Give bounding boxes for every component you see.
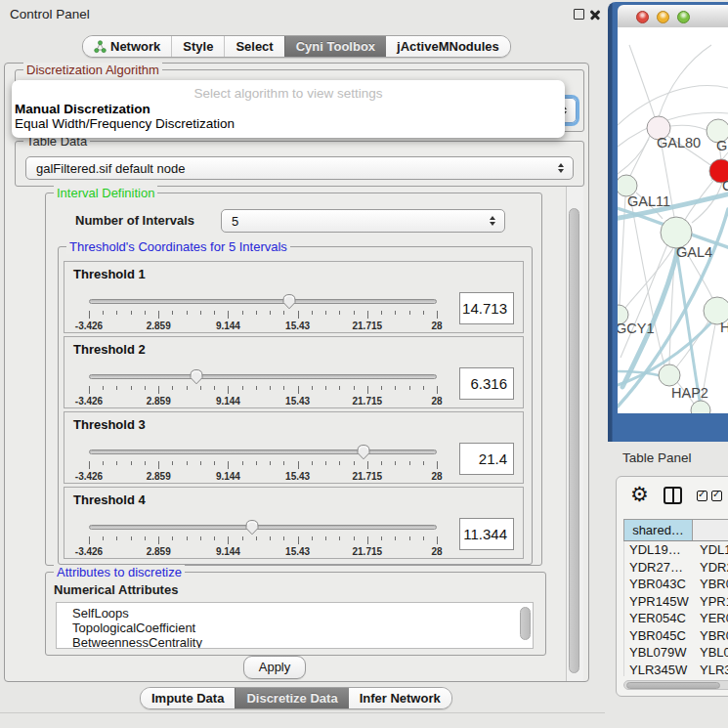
slider-tick-label: 15.43 <box>285 321 310 331</box>
table-cell: YER0 <box>693 611 728 625</box>
slider-thumb[interactable] <box>357 444 371 460</box>
table-row[interactable]: YDR27…YDR2 <box>624 559 728 577</box>
threshold-value-field[interactable]: 14.713 <box>459 292 514 324</box>
table-hscrollbar[interactable] <box>623 680 728 690</box>
slider-tick <box>214 386 215 390</box>
slider-tick-label: 15.43 <box>285 471 310 482</box>
slider-tick <box>395 536 396 540</box>
tab-jactivemnodules[interactable]: jActiveMNodules <box>386 36 510 57</box>
slider-tick-label: 21.715 <box>353 321 383 331</box>
network-node[interactable] <box>691 401 710 413</box>
threshold-slider[interactable]: -3.4262.8599.14415.4321.71528 <box>89 372 437 406</box>
slider-track[interactable] <box>89 299 437 304</box>
tab-style[interactable]: Style <box>171 36 224 57</box>
slider-tick-label: 15.43 <box>285 396 310 407</box>
split-view-icon[interactable] <box>664 487 682 504</box>
numerical-attributes-list[interactable]: SelfLoopsTopologicalCoefficientBetweenne… <box>56 602 534 649</box>
apply-button[interactable]: Apply <box>243 656 306 679</box>
attribute-item-betweennesscentrality[interactable]: BetweennessCentrality <box>57 635 533 649</box>
column-header-shared[interactable]: shared… <box>624 520 693 540</box>
tab-infer-network[interactable]: Infer Network <box>349 688 451 708</box>
slider-tick <box>367 461 368 469</box>
slider-tick <box>172 311 173 315</box>
network-window-titlebar[interactable] <box>618 5 728 28</box>
panel-scrollbar[interactable] <box>566 187 583 681</box>
table-hscrollbar-thumb[interactable] <box>626 682 720 689</box>
threshold-value-field[interactable]: 6.316 <box>459 367 514 400</box>
number-of-intervals-combo[interactable]: 5 <box>221 209 505 233</box>
table-cell: YBL079W <box>624 645 693 660</box>
slider-tick <box>312 536 313 540</box>
float-window-icon[interactable] <box>574 9 584 20</box>
algorithm-option-equal-width-frequency-discretization[interactable]: Equal Width/Frequency Discretization <box>15 116 235 131</box>
tab-label: Cyni Toolbox <box>296 39 375 54</box>
list-scrollbar-thumb[interactable] <box>520 607 531 640</box>
slider-track[interactable] <box>89 450 437 454</box>
slider-thumb[interactable] <box>245 519 260 535</box>
table-cell: YBL0 <box>693 645 728 660</box>
slider-track[interactable] <box>89 374 437 379</box>
slider-tick-label: -3.426 <box>75 396 103 407</box>
slider-thumb[interactable] <box>190 368 204 385</box>
slider-tick-label: 28 <box>431 471 442 482</box>
checkbox-icon[interactable]: ✓ <box>697 491 707 501</box>
algorithm-option-manual-discretization[interactable]: Manual Discretization <box>15 102 150 116</box>
numerical-attributes-heading: Numerical Attributes <box>54 582 178 597</box>
slider-tick-label: 28 <box>431 546 442 557</box>
table-row[interactable]: YPR145WYPR1 <box>624 593 728 611</box>
slider-tick-label: 9.144 <box>216 471 240 482</box>
threshold-slider[interactable]: -3.4262.8599.14415.4321.71528 <box>89 523 437 556</box>
slider-tick <box>423 461 424 465</box>
table-row[interactable]: YDL19…YDL1 <box>624 541 728 559</box>
table-panel-title: Table Panel <box>622 450 692 465</box>
network-window[interactable]: GAL80G.CGAL11GAL4GCY1HHAP2 <box>608 2 728 442</box>
minimize-traffic-light-icon[interactable] <box>657 11 669 23</box>
tab-network[interactable]: Network <box>83 36 171 57</box>
slider-tick <box>187 311 188 315</box>
table-row[interactable]: YBL079WYBL0 <box>624 644 728 662</box>
threshold-value-field[interactable]: 21.4 <box>459 443 514 475</box>
slider-tick <box>200 311 201 315</box>
threshold-slider[interactable]: -3.4262.8599.14415.4321.71528 <box>89 448 437 481</box>
slider-track[interactable] <box>89 525 437 530</box>
table-data-combo[interactable]: galFiltered.sif default node <box>25 156 574 180</box>
panel-scrollbar-thumb[interactable] <box>569 208 579 673</box>
thresholds-title: Threshold's Coordinates for 5 Intervals <box>66 239 290 254</box>
tab-impute-data[interactable]: Impute Data <box>141 688 235 708</box>
slider-tick-label: -3.426 <box>75 546 103 557</box>
gear-icon[interactable]: ⚙ <box>630 483 649 506</box>
table-row[interactable]: YBR043CYBR0 <box>624 576 728 593</box>
slider-tick-label: 28 <box>431 396 442 407</box>
threshold-value-field[interactable]: 11.344 <box>459 518 514 550</box>
slider-tick <box>270 461 271 465</box>
table-row[interactable]: YLR345WYLR3 <box>624 662 728 677</box>
close-traffic-light-icon[interactable] <box>636 11 649 23</box>
tab-cyni-toolbox[interactable]: Cyni Toolbox <box>284 36 386 57</box>
table-row[interactable]: YBR045CYBR0 <box>624 627 728 645</box>
slider-tick <box>103 386 104 390</box>
tab-discretize-data[interactable]: Discretize Data <box>235 688 348 708</box>
network-canvas[interactable]: GAL80G.CGAL11GAL4GCY1HHAP2 <box>618 27 728 413</box>
network-node-label: H <box>720 320 728 335</box>
column-header-n[interactable]: n <box>693 520 728 540</box>
slider-tick <box>381 461 382 465</box>
table-cell: YER054C <box>624 611 693 625</box>
slider-tick <box>354 386 355 390</box>
slider-tick <box>395 461 396 465</box>
network-edge <box>620 196 625 305</box>
threshold-slider[interactable]: -3.4262.8599.14415.4321.71528 <box>89 297 437 330</box>
attribute-item-topologicalcoefficient[interactable]: TopologicalCoefficient <box>57 621 533 635</box>
slider-tick <box>214 311 215 315</box>
network-node-hap2[interactable] <box>659 364 680 386</box>
slider-thumb[interactable] <box>282 293 297 310</box>
table-data-combo-value: galFiltered.sif default node <box>36 161 185 176</box>
slider-tick <box>409 311 410 315</box>
tab-select[interactable]: Select <box>224 36 283 57</box>
slider-tick <box>187 386 188 390</box>
checkbox-icon[interactable]: ✓ <box>711 491 722 501</box>
slider-tick <box>242 386 243 390</box>
close-icon[interactable] <box>588 9 601 21</box>
attribute-item-selfloops[interactable]: SelfLoops <box>57 606 533 621</box>
table-row[interactable]: YER054CYER0 <box>624 610 728 627</box>
zoom-traffic-light-icon[interactable] <box>677 11 690 23</box>
